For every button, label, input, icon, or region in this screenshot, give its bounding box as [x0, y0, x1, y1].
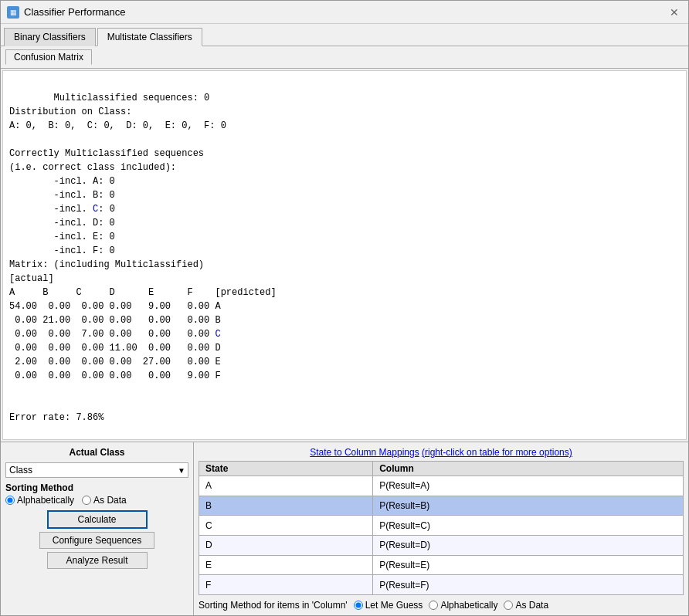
calculate-button[interactable]: Calculate	[47, 510, 148, 529]
tab-bar: Binary Classifiers Multistate Classifier…	[1, 24, 688, 46]
mappings-table[interactable]: State Column A P(Result=A) B P(Result=B)…	[199, 461, 684, 595]
column-cell: P(Result=D)	[373, 535, 684, 555]
state-cell: F	[199, 575, 373, 595]
mappings-title-text: State to Column Mappings	[310, 447, 419, 458]
mappings-title: State to Column Mappings (right-click on…	[199, 447, 684, 458]
column-cell: P(Result=F)	[373, 575, 684, 595]
app-icon: ▦	[7, 6, 19, 19]
sorting-as-data[interactable]: As Data	[82, 495, 127, 506]
sorting-method-label: Sorting Method	[5, 482, 188, 493]
mappings-sorting-letmeguess[interactable]: Let Me Guess	[354, 600, 423, 611]
title-bar: ▦ Classifier Performance ✕	[1, 1, 688, 24]
column-cell: P(Result=E)	[373, 555, 684, 575]
column-cell: P(Result=A)	[373, 476, 684, 496]
left-panel: Actual Class Class ▼ Sorting Method Alph…	[1, 442, 194, 615]
state-cell: E	[199, 555, 373, 575]
text-area[interactable]: Multiclassified sequences: 0 Distributio…	[3, 71, 686, 439]
state-cell: C	[199, 516, 373, 536]
analyze-result-button[interactable]: Analyze Result	[47, 552, 148, 569]
mappings-sorting-as-data[interactable]: As Data	[504, 600, 548, 611]
mappings-sorting-alphabetically[interactable]: Alphabetically	[429, 600, 497, 611]
tab-binary-classifiers[interactable]: Binary Classifiers	[4, 28, 96, 46]
sub-tab-bar: Confusion Matrix	[1, 46, 688, 69]
table-row[interactable]: C P(Result=C)	[199, 516, 684, 536]
configure-sequences-button[interactable]: Configure Sequences	[39, 532, 154, 549]
sorting-alphabetically[interactable]: Alphabetically	[5, 495, 74, 506]
main-content: Multiclassified sequences: 0 Distributio…	[1, 69, 688, 442]
class-dropdown[interactable]: Class	[5, 462, 188, 478]
mappings-sorting-label: Sorting Method for items in 'Column'	[199, 600, 348, 611]
table-row[interactable]: E P(Result=E)	[199, 555, 684, 575]
bottom-panel: Actual Class Class ▼ Sorting Method Alph…	[1, 442, 688, 615]
column-cell: P(Result=B)	[373, 496, 684, 516]
tab-multistate-classifiers[interactable]: Multistate Classifiers	[97, 28, 202, 46]
sorting-radio-row: Alphabetically As Data	[5, 495, 188, 506]
sorting-group: Sorting Method Alphabetically As Data	[5, 482, 188, 506]
table-row[interactable]: D P(Result=D)	[199, 535, 684, 555]
column-column-header: Column	[373, 462, 684, 476]
table-row[interactable]: B P(Result=B)	[199, 496, 684, 516]
state-column-header: State	[199, 462, 373, 476]
close-button[interactable]: ✕	[667, 5, 682, 20]
right-panel: State to Column Mappings (right-click on…	[194, 442, 688, 615]
main-window: ▦ Classifier Performance ✕ Binary Classi…	[0, 0, 689, 616]
state-cell: A	[199, 476, 373, 496]
state-cell: B	[199, 496, 373, 516]
table-row[interactable]: F P(Result=F)	[199, 575, 684, 595]
table-row[interactable]: A P(Result=A)	[199, 476, 684, 496]
window-title: Classifier Performance	[24, 6, 126, 18]
title-bar-left: ▦ Classifier Performance	[7, 6, 126, 19]
mappings-body: A P(Result=A) B P(Result=B) C P(Result=C…	[199, 476, 684, 595]
tab-confusion-matrix[interactable]: Confusion Matrix	[5, 49, 92, 65]
class-dropdown-container: Class ▼	[5, 462, 188, 478]
mappings-subtitle: (right-click on table for more options)	[422, 447, 572, 458]
text-area-wrapper: Multiclassified sequences: 0 Distributio…	[2, 70, 687, 440]
mappings-header-row: State Column	[199, 462, 684, 476]
button-group: Calculate Configure Sequences Analyze Re…	[5, 510, 188, 569]
mappings-sorting-row: Sorting Method for items in 'Column' Let…	[199, 600, 684, 611]
actual-class-label: Actual Class	[5, 447, 188, 458]
state-cell: D	[199, 535, 373, 555]
column-cell: P(Result=C)	[373, 516, 684, 536]
